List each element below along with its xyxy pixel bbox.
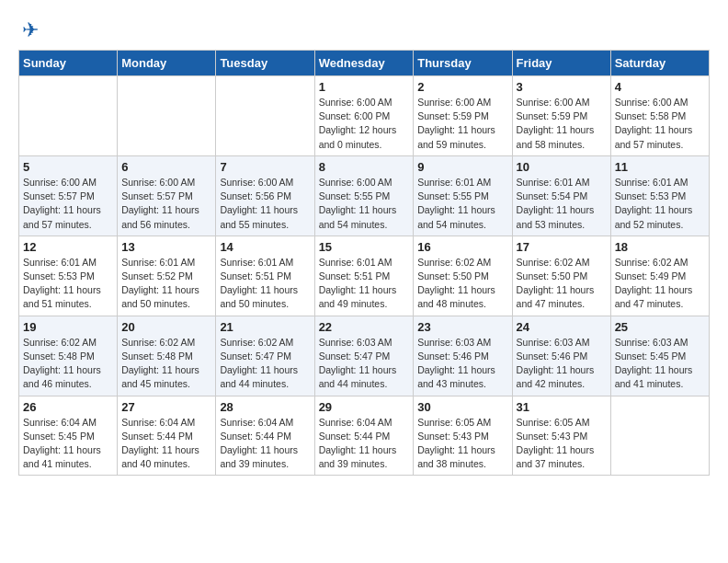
empty-cell — [118, 76, 216, 156]
day-number-14: 14 — [220, 240, 310, 254]
day-cell-22: 22Sunrise: 6:03 AMSunset: 5:47 PMDayligh… — [314, 316, 414, 396]
day-number-21: 21 — [220, 320, 310, 334]
logo: ✈ — [18, 18, 39, 42]
day-number-13: 13 — [121, 240, 211, 254]
day-number-7: 7 — [220, 160, 310, 174]
day-info-10: Sunrise: 6:01 AMSunset: 5:54 PMDaylight:… — [517, 176, 607, 232]
day-number-3: 3 — [517, 80, 607, 94]
day-number-30: 30 — [417, 400, 507, 414]
weekday-header-thursday: Thursday — [414, 51, 512, 76]
day-info-4: Sunrise: 6:00 AMSunset: 5:58 PMDaylight:… — [615, 96, 705, 152]
day-cell-7: 7Sunrise: 6:00 AMSunset: 5:56 PMDaylight… — [216, 155, 314, 236]
day-number-27: 27 — [121, 400, 211, 414]
day-number-8: 8 — [319, 160, 410, 174]
day-cell-28: 28Sunrise: 6:04 AMSunset: 5:44 PMDayligh… — [216, 396, 314, 476]
day-number-31: 31 — [517, 400, 607, 414]
day-number-18: 18 — [615, 240, 705, 254]
day-cell-21: 21Sunrise: 6:02 AMSunset: 5:47 PMDayligh… — [216, 316, 314, 396]
day-info-31: Sunrise: 6:05 AMSunset: 5:43 PMDaylight:… — [517, 416, 607, 472]
day-number-10: 10 — [517, 160, 607, 174]
day-number-15: 15 — [319, 240, 410, 254]
day-info-12: Sunrise: 6:01 AMSunset: 5:53 PMDaylight:… — [23, 256, 113, 312]
day-number-28: 28 — [220, 400, 310, 414]
day-cell-24: 24Sunrise: 6:03 AMSunset: 5:46 PMDayligh… — [512, 316, 610, 396]
header: ✈ — [18, 18, 710, 42]
day-number-26: 26 — [23, 400, 113, 414]
day-cell-19: 19Sunrise: 6:02 AMSunset: 5:48 PMDayligh… — [19, 316, 118, 396]
weekday-header-row: SundayMondayTuesdayWednesdayThursdayFrid… — [19, 51, 710, 76]
day-number-25: 25 — [615, 320, 705, 334]
day-cell-2: 2Sunrise: 6:00 AMSunset: 5:59 PMDaylight… — [414, 76, 512, 156]
day-info-21: Sunrise: 6:02 AMSunset: 5:47 PMDaylight:… — [220, 336, 310, 392]
day-cell-8: 8Sunrise: 6:00 AMSunset: 5:55 PMDaylight… — [314, 155, 414, 236]
weekday-header-tuesday: Tuesday — [216, 51, 314, 76]
day-info-28: Sunrise: 6:04 AMSunset: 5:44 PMDaylight:… — [220, 416, 310, 472]
day-number-5: 5 — [23, 160, 113, 174]
calendar-table: SundayMondayTuesdayWednesdayThursdayFrid… — [18, 50, 710, 476]
day-cell-9: 9Sunrise: 6:01 AMSunset: 5:55 PMDaylight… — [414, 155, 512, 236]
day-info-6: Sunrise: 6:00 AMSunset: 5:57 PMDaylight:… — [121, 176, 211, 232]
page: ✈ SundayMondayTuesdayWednesdayThursdayFr… — [0, 0, 728, 485]
day-info-8: Sunrise: 6:00 AMSunset: 5:55 PMDaylight:… — [319, 176, 410, 232]
week-row-4: 19Sunrise: 6:02 AMSunset: 5:48 PMDayligh… — [19, 316, 710, 396]
empty-cell — [610, 396, 709, 476]
day-number-16: 16 — [417, 240, 507, 254]
logo-bird-icon: ✈ — [22, 18, 39, 42]
day-info-1: Sunrise: 6:00 AMSunset: 6:00 PMDaylight:… — [319, 96, 410, 152]
weekday-header-saturday: Saturday — [610, 51, 709, 76]
day-cell-5: 5Sunrise: 6:00 AMSunset: 5:57 PMDaylight… — [19, 155, 118, 236]
day-number-9: 9 — [417, 160, 507, 174]
day-info-22: Sunrise: 6:03 AMSunset: 5:47 PMDaylight:… — [319, 336, 410, 392]
day-info-27: Sunrise: 6:04 AMSunset: 5:44 PMDaylight:… — [121, 416, 211, 472]
week-row-2: 5Sunrise: 6:00 AMSunset: 5:57 PMDaylight… — [19, 155, 710, 236]
day-number-11: 11 — [615, 160, 705, 174]
day-number-20: 20 — [121, 320, 211, 334]
day-cell-6: 6Sunrise: 6:00 AMSunset: 5:57 PMDaylight… — [118, 155, 216, 236]
day-info-18: Sunrise: 6:02 AMSunset: 5:49 PMDaylight:… — [615, 256, 705, 312]
day-cell-14: 14Sunrise: 6:01 AMSunset: 5:51 PMDayligh… — [216, 236, 314, 316]
day-info-25: Sunrise: 6:03 AMSunset: 5:45 PMDaylight:… — [615, 336, 705, 392]
week-row-5: 26Sunrise: 6:04 AMSunset: 5:45 PMDayligh… — [19, 396, 710, 476]
day-cell-1: 1Sunrise: 6:00 AMSunset: 6:00 PMDaylight… — [314, 76, 414, 156]
day-cell-17: 17Sunrise: 6:02 AMSunset: 5:50 PMDayligh… — [512, 236, 610, 316]
day-number-22: 22 — [319, 320, 410, 334]
day-info-7: Sunrise: 6:00 AMSunset: 5:56 PMDaylight:… — [220, 176, 310, 232]
day-info-13: Sunrise: 6:01 AMSunset: 5:52 PMDaylight:… — [121, 256, 211, 312]
day-number-4: 4 — [615, 80, 705, 94]
day-info-2: Sunrise: 6:00 AMSunset: 5:59 PMDaylight:… — [417, 96, 507, 152]
day-number-1: 1 — [319, 80, 410, 94]
day-cell-26: 26Sunrise: 6:04 AMSunset: 5:45 PMDayligh… — [19, 396, 118, 476]
day-cell-31: 31Sunrise: 6:05 AMSunset: 5:43 PMDayligh… — [512, 396, 610, 476]
weekday-header-wednesday: Wednesday — [314, 51, 414, 76]
day-cell-30: 30Sunrise: 6:05 AMSunset: 5:43 PMDayligh… — [414, 396, 512, 476]
day-cell-11: 11Sunrise: 6:01 AMSunset: 5:53 PMDayligh… — [610, 155, 709, 236]
day-cell-25: 25Sunrise: 6:03 AMSunset: 5:45 PMDayligh… — [610, 316, 709, 396]
empty-cell — [216, 76, 314, 156]
weekday-header-sunday: Sunday — [19, 51, 118, 76]
day-cell-15: 15Sunrise: 6:01 AMSunset: 5:51 PMDayligh… — [314, 236, 414, 316]
day-info-14: Sunrise: 6:01 AMSunset: 5:51 PMDaylight:… — [220, 256, 310, 312]
day-number-23: 23 — [417, 320, 507, 334]
day-info-16: Sunrise: 6:02 AMSunset: 5:50 PMDaylight:… — [417, 256, 507, 312]
day-info-15: Sunrise: 6:01 AMSunset: 5:51 PMDaylight:… — [319, 256, 410, 312]
day-info-29: Sunrise: 6:04 AMSunset: 5:44 PMDaylight:… — [319, 416, 410, 472]
day-cell-20: 20Sunrise: 6:02 AMSunset: 5:48 PMDayligh… — [118, 316, 216, 396]
day-cell-16: 16Sunrise: 6:02 AMSunset: 5:50 PMDayligh… — [414, 236, 512, 316]
day-cell-29: 29Sunrise: 6:04 AMSunset: 5:44 PMDayligh… — [314, 396, 414, 476]
weekday-header-monday: Monday — [118, 51, 216, 76]
empty-cell — [19, 76, 118, 156]
day-info-30: Sunrise: 6:05 AMSunset: 5:43 PMDaylight:… — [417, 416, 507, 472]
day-info-11: Sunrise: 6:01 AMSunset: 5:53 PMDaylight:… — [615, 176, 705, 232]
day-info-26: Sunrise: 6:04 AMSunset: 5:45 PMDaylight:… — [23, 416, 113, 472]
day-number-17: 17 — [517, 240, 607, 254]
day-cell-13: 13Sunrise: 6:01 AMSunset: 5:52 PMDayligh… — [118, 236, 216, 316]
day-cell-4: 4Sunrise: 6:00 AMSunset: 5:58 PMDaylight… — [610, 76, 709, 156]
day-info-9: Sunrise: 6:01 AMSunset: 5:55 PMDaylight:… — [417, 176, 507, 232]
day-cell-18: 18Sunrise: 6:02 AMSunset: 5:49 PMDayligh… — [610, 236, 709, 316]
logo-line: ✈ — [18, 18, 39, 42]
day-number-2: 2 — [417, 80, 507, 94]
day-cell-10: 10Sunrise: 6:01 AMSunset: 5:54 PMDayligh… — [512, 155, 610, 236]
day-number-24: 24 — [517, 320, 607, 334]
day-cell-3: 3Sunrise: 6:00 AMSunset: 5:59 PMDaylight… — [512, 76, 610, 156]
day-number-12: 12 — [23, 240, 113, 254]
